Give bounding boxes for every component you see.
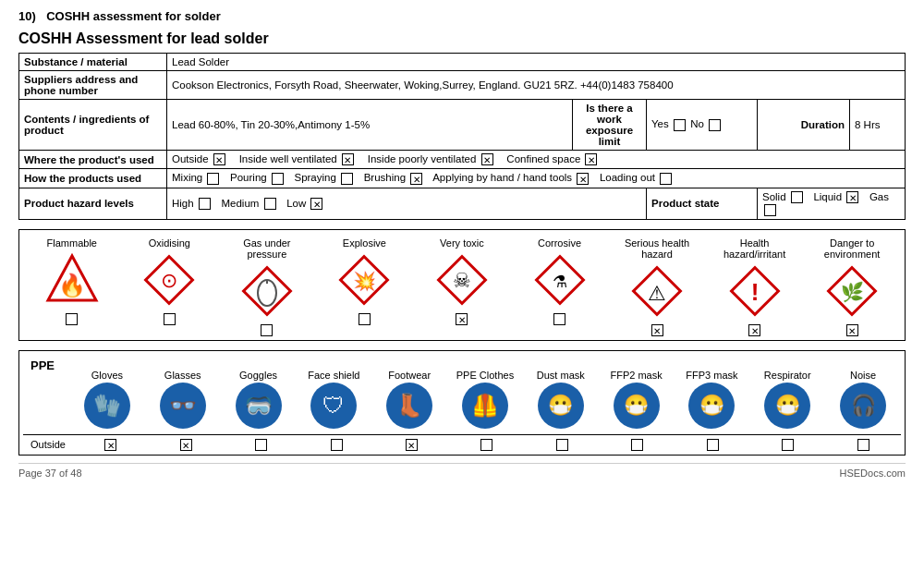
mixing-checkbox[interactable] [207,173,219,185]
ppe-section: PPE Gloves 🧤 Glasses 👓 Goggles 🥽 Face sh… [18,350,906,456]
ffp2-outside-checkbox[interactable] [631,439,643,451]
dust-mask-outside-check [525,439,599,451]
glasses-outside-check [149,439,223,451]
spraying-checkbox[interactable] [341,173,353,185]
hazard-pictograms-section: Flammable 🔥 Oxidising ⊙ Gas under pressu… [18,229,906,341]
ffp3-label: FFP3 mask [686,355,737,381]
oxidising-label: Oxidising [149,237,190,249]
gloves-outside-checkbox[interactable] [104,439,116,451]
health-irritant-checkbox[interactable] [748,324,760,336]
liquid-checkbox[interactable] [846,191,858,203]
where-used-label: Where the product's used [19,151,167,169]
no-checkbox[interactable] [709,119,721,131]
yes-checkbox[interactable] [674,119,686,131]
outside-ppe-label: Outside [23,439,73,450]
oxidising-checkbox[interactable] [164,313,176,325]
footer: Page 37 of 48 HSEDocs.com [18,463,906,479]
serious-health-label: Serious health hazard [614,237,701,260]
ppe-face-shield: Face shield 🛡 [297,355,371,432]
brushing-label: Brushing [364,172,406,183]
flammable-checkbox[interactable] [66,313,78,325]
gas-pressure-checkbox[interactable] [261,324,273,336]
hazard-oxidising: Oxidising ⊙ [126,237,213,325]
goggles-icon: 🥽 [236,383,282,429]
corrosive-checkbox[interactable] [553,313,565,325]
applying-label: Applying by hand / hand tools [432,172,572,183]
medium-checkbox[interactable] [264,198,276,210]
serious-health-icon: ⚠ [629,263,685,319]
gloves-label: Gloves [91,355,123,381]
confined-checkbox[interactable] [585,153,597,165]
where-used-values: Outside Inside well ventilated Inside po… [167,151,906,169]
flammable-label: Flammable [47,237,97,249]
face-shield-outside-checkbox[interactable] [331,439,343,451]
very-toxic-label: Very toxic [440,237,484,249]
duration-label-cell: Duration [758,100,850,151]
hazard-levels-row: Product hazard levels High Medium Low Pr… [19,188,906,219]
ppe-goggles: Goggles 🥽 [222,355,296,432]
gas-checkbox[interactable] [764,204,776,216]
footwear-label: Footwear [388,355,431,381]
serious-health-checkbox[interactable] [651,324,663,336]
contents-label: Contents / ingredients of product [19,100,167,151]
low-checkbox[interactable] [310,198,322,210]
face-shield-label: Face shield [308,355,359,381]
high-checkbox[interactable] [199,198,211,210]
ffp2-outside-check [601,439,675,451]
solid-checkbox[interactable] [791,191,803,203]
very-toxic-checkbox[interactable] [456,313,468,325]
footwear-outside-checkbox[interactable] [406,439,418,451]
glasses-outside-checkbox[interactable] [180,439,192,451]
dust-mask-outside-checkbox[interactable] [556,439,568,451]
outside-checkbox[interactable] [213,153,225,165]
noise-outside-checkbox[interactable] [857,439,869,451]
applying-checkbox[interactable] [577,173,589,185]
inside-poorly-checkbox[interactable] [481,153,493,165]
how-used-values: Mixing Pouring Spraying Brushing Applyin… [167,169,906,188]
explosive-checkbox[interactable] [359,313,371,325]
contents-row: Contents / ingredients of product Lead 6… [19,100,906,151]
goggles-outside-checkbox[interactable] [255,439,267,451]
loading-checkbox[interactable] [660,173,672,185]
ppe-label: PPE [23,355,69,376]
ppe-ffp2: FFP2 mask 😷 [600,355,674,432]
pouring-checkbox[interactable] [272,173,284,185]
how-used-row: How the products used Mixing Pouring Spr… [19,169,906,188]
gloves-icon: 🧤 [84,383,130,429]
suppliers-label: Suppliers address and phone number [19,71,167,100]
explosive-icon: 💥 [336,252,392,308]
site-footer: HSEDocs.com [839,468,906,479]
gloves-outside-check [74,439,148,451]
ppe-outside-row: Outside [23,434,901,451]
hazard-gas-pressure: Gas under pressure [223,237,310,336]
brushing-checkbox[interactable] [410,173,422,185]
section-number: 10) [18,9,36,23]
danger-environment-label: Danger to environment [808,237,896,260]
ffp3-outside-checkbox[interactable] [707,439,719,451]
svg-text:⚠: ⚠ [648,282,666,305]
respirator-outside-checkbox[interactable] [782,439,794,451]
page-footer: Page 37 of 48 [18,468,82,479]
glasses-label: Glasses [164,355,201,381]
respirator-outside-check [751,439,825,451]
ppe-header-row: PPE Gloves 🧤 Glasses 👓 Goggles 🥽 Face sh… [23,355,901,432]
medium-label: Medium [221,198,259,209]
clothes-outside-checkbox[interactable] [480,439,492,451]
danger-environment-checkbox[interactable] [846,324,858,336]
ppe-items: Gloves 🧤 Glasses 👓 Goggles 🥽 Face shield… [69,355,901,432]
ffp2-icon: 😷 [614,383,660,429]
dust-mask-label: Dust mask [537,355,585,381]
oxidising-icon: ⊙ [141,252,197,308]
solid-label: Solid [762,191,786,202]
mixing-label: Mixing [172,172,202,183]
ppe-footwear: Footwear 👢 [372,355,446,432]
loading-label: Loading out [600,172,655,183]
ppe-respirator: Respirator 😷 [750,355,824,432]
ppe-ffp3: FFP3 mask 😷 [675,355,748,432]
ppe-clothes: PPE Clothes 🦺 [448,355,522,432]
noise-icon: 🎧 [840,383,886,429]
inside-ventilated-checkbox[interactable] [342,153,354,165]
hazard-health-irritant: Health hazard/irritant ! [711,237,798,336]
contents-value: Lead 60-80%, Tin 20-30%,Antimony 1-5% [167,100,573,151]
goggles-label: Goggles [239,355,277,381]
